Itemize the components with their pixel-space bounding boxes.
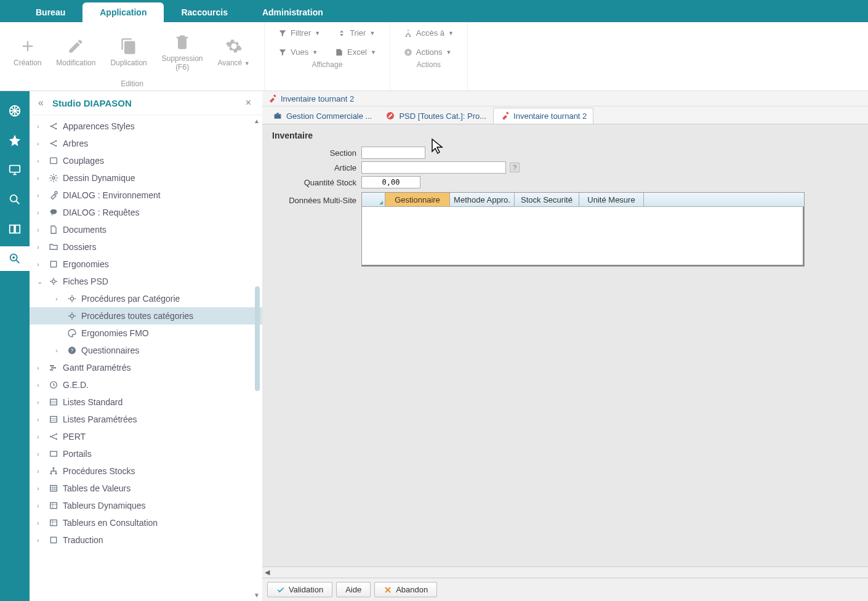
excel-button[interactable]: Excel ▼ <box>329 45 382 59</box>
tree-item-tableurs-dyn[interactable]: ›Tableurs Dynamiques <box>30 497 262 514</box>
tree-item-erg-fmo[interactable]: Ergonomies FMO <box>30 325 262 342</box>
aide-button[interactable]: Aide <box>336 582 371 597</box>
modification-button[interactable]: Modification <box>50 26 102 78</box>
tree-item-proc-stocks[interactable]: ›Procédures Stocks <box>30 462 262 480</box>
tree-item-proc-cat[interactable]: ›Procédures par Catégorie <box>30 290 262 307</box>
sidebar-close-button[interactable]: × <box>243 97 254 108</box>
svg-rect-38 <box>50 485 57 491</box>
iconbar-monitor[interactable] <box>0 158 30 182</box>
box-icon <box>49 535 58 545</box>
tree-item-dessin[interactable]: ›Dessin Dynamique <box>30 169 262 187</box>
tree-item-tableurs-cons[interactable]: ›Tableurs en Consultation <box>30 514 262 531</box>
svg-rect-19 <box>50 261 56 267</box>
tools-icon <box>267 94 277 103</box>
tree-item-arbres[interactable]: ›Arbres <box>30 135 262 152</box>
svg-rect-30 <box>50 416 57 422</box>
star-icon <box>8 134 22 147</box>
svg-point-31 <box>50 436 52 438</box>
svg-point-18 <box>50 209 57 214</box>
abandon-button[interactable]: Abandon <box>374 582 437 597</box>
validation-button[interactable]: Validation <box>267 582 332 597</box>
creation-button[interactable]: Création <box>7 26 47 78</box>
duplication-button[interactable]: Duplication <box>104 26 153 78</box>
tree-item-proc-toutes[interactable]: Procédures toutes catégories <box>30 307 262 325</box>
article-input[interactable] <box>361 161 506 174</box>
tab-raccourcis[interactable]: Raccourcis <box>164 2 244 22</box>
network-icon <box>49 432 58 442</box>
tree-item-fiches-psd[interactable]: ⌄Fiches PSD <box>30 273 262 290</box>
suppression-button[interactable]: Suppression (F6) <box>156 26 209 78</box>
hscroll-bar[interactable]: ◀ <box>262 567 868 578</box>
tree[interactable]: ▲ ›Apparences Styles ›Arbres ›Couplages … <box>30 115 262 601</box>
tab-gestion[interactable]: Gestion Commerciale ... <box>266 108 379 124</box>
panels-icon <box>8 222 22 236</box>
iconbar-wheel[interactable] <box>0 99 30 123</box>
tree-item-traduction[interactable]: ›Traduction <box>30 531 262 549</box>
tab-inventaire[interactable]: Inventaire tournant 2 <box>493 108 593 124</box>
grid-col-stock[interactable]: Stock Securité <box>515 193 579 206</box>
tree-item-dossiers[interactable]: ›Dossiers <box>30 238 262 256</box>
sort-icon <box>337 29 346 38</box>
scroll-up-icon[interactable]: ▲ <box>254 118 260 124</box>
history-icon <box>49 380 58 390</box>
svg-point-17 <box>55 192 57 194</box>
sidebar-collapse-button[interactable]: « <box>38 97 44 108</box>
tree-item-gantt[interactable]: ›Gantt Paramétrés <box>30 359 262 376</box>
svg-rect-29 <box>50 399 57 405</box>
tree-item-dialog-req[interactable]: ›DIALOG : Requêtes <box>30 204 262 221</box>
tree-item-ergonomies[interactable]: ›Ergonomies <box>30 256 262 273</box>
tree-item-dialog-env[interactable]: ›DIALOG : Environnement <box>30 187 262 204</box>
tree-item-couplages[interactable]: ›Couplages <box>30 152 262 169</box>
iconbar-search-pin[interactable] <box>0 246 30 271</box>
chevron-down-icon: ▼ <box>446 49 451 55</box>
tree-item-ged[interactable]: ›G.E.D. <box>30 376 262 393</box>
list-icon <box>49 414 58 424</box>
tree-item-listes-param[interactable]: ›Listes Paramétrées <box>30 411 262 428</box>
iconbar-panels[interactable] <box>0 217 30 241</box>
trier-button[interactable]: Trier ▼ <box>331 26 381 40</box>
tab-administration[interactable]: Administration <box>245 2 340 22</box>
section-input[interactable] <box>361 147 425 159</box>
tree-item-questionnaires[interactable]: ›?Questionnaires <box>30 342 262 359</box>
tab-application[interactable]: Application <box>82 2 164 22</box>
svg-point-33 <box>55 438 57 440</box>
acces-a-button[interactable]: Accès à ▼ <box>398 26 460 40</box>
tree-item-documents[interactable]: ›Documents <box>30 221 262 238</box>
left-icon-bar <box>0 91 30 601</box>
hscroll-left-icon[interactable]: ◀ <box>265 568 270 576</box>
article-label: Article <box>272 163 361 172</box>
data-grid[interactable]: Gestionnaire Methode Appro. Stock Securi… <box>361 192 805 267</box>
breadcrumb-bar: Inventaire tournant 2 <box>262 91 868 107</box>
sidebar: « Studio DIAPASON × ▲ ›Apparences Styles… <box>30 91 262 601</box>
tree-item-portails[interactable]: ›Portails <box>30 445 262 462</box>
qty-input[interactable] <box>361 176 420 188</box>
filtrer-button[interactable]: Filtrer ▼ <box>272 26 326 40</box>
grid-body[interactable] <box>362 207 804 266</box>
grid-corner[interactable] <box>362 193 385 206</box>
folder-icon <box>49 449 58 459</box>
tree-item-apparences[interactable]: ›Apparences Styles <box>30 118 262 135</box>
vues-button[interactable]: Vues ▼ <box>272 45 324 59</box>
iconbar-search[interactable] <box>0 187 30 212</box>
grid-col-unite[interactable]: Unité Mesure <box>579 193 644 206</box>
avance-button[interactable]: Avancé ▼ <box>211 26 255 78</box>
folder-icon <box>49 242 58 252</box>
tree-item-listes-std[interactable]: ›Listes Standard <box>30 393 262 411</box>
tree-scrollbar[interactable] <box>255 286 260 391</box>
actions-button[interactable]: Actions ▼ <box>398 45 460 59</box>
article-help-button[interactable]: ? <box>510 163 520 172</box>
close-icon <box>384 586 392 594</box>
tree-node-icon <box>49 139 58 148</box>
iconbar-star[interactable] <box>0 128 30 153</box>
grid-col-methode[interactable]: Methode Appro. <box>450 193 515 206</box>
gantt-icon <box>49 363 58 373</box>
tree-item-tables[interactable]: ›Tables de Valeurs <box>30 480 262 497</box>
tree-item-pert[interactable]: ›PERT <box>30 428 262 445</box>
share-icon <box>49 121 58 131</box>
tab-bureau[interactable]: Bureau <box>18 2 82 22</box>
question-icon: ? <box>67 345 77 355</box>
grid-col-gestionnaire[interactable]: Gestionnaire <box>385 193 450 206</box>
tab-psd[interactable]: PSD [Toutes Cat.]: Pro... <box>379 108 493 124</box>
pencil-icon <box>67 38 84 55</box>
scroll-down-icon[interactable]: ▼ <box>254 592 260 599</box>
